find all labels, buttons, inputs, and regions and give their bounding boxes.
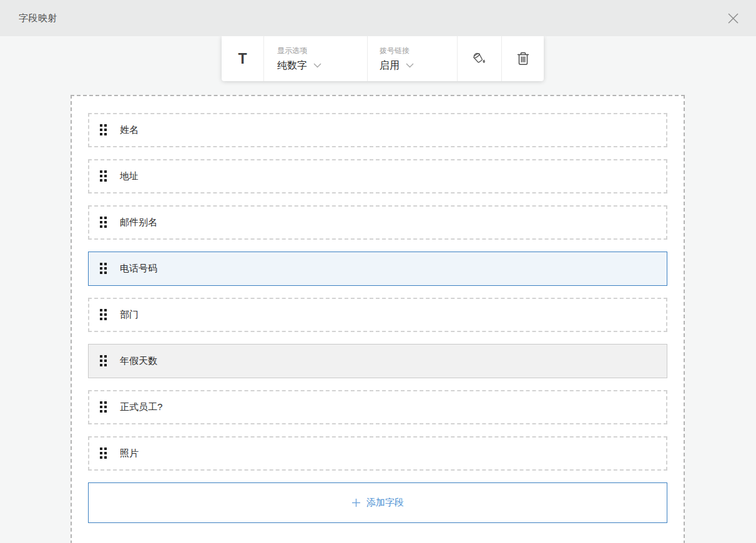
display-option-dropdown[interactable]: 显示选项 纯数字	[263, 36, 367, 81]
field-row[interactable]: 部门	[88, 298, 667, 332]
plus-icon	[351, 498, 361, 507]
drag-handle-icon[interactable]	[100, 170, 107, 182]
field-label: 照片	[120, 448, 139, 459]
drag-handle-icon[interactable]	[100, 217, 107, 228]
field-label: 电话号码	[120, 263, 157, 275]
field-row[interactable]: 邮件别名	[88, 205, 667, 240]
drag-handle-icon[interactable]	[100, 309, 107, 321]
dial-link-dropdown[interactable]: 拨号链接 启用	[367, 36, 457, 81]
field-label: 正式员工?	[120, 401, 162, 413]
drag-handle-icon[interactable]	[100, 124, 107, 136]
text-format-icon: T	[238, 51, 247, 67]
close-icon	[726, 11, 740, 26]
field-label: 地址	[120, 170, 139, 182]
drag-handle-icon[interactable]	[100, 263, 107, 275]
field-row[interactable]: 照片	[88, 436, 667, 471]
display-option-value: 纯数字	[277, 59, 307, 72]
close-button[interactable]	[724, 9, 742, 27]
trash-icon	[516, 51, 531, 67]
drag-handle-icon[interactable]	[100, 401, 107, 413]
field-row[interactable]: 地址	[88, 159, 667, 193]
field-label: 部门	[120, 309, 139, 321]
display-option-label: 显示选项	[277, 46, 367, 56]
field-mapping-canvas: 姓名 地址 邮件别名	[71, 95, 685, 543]
field-label: 年假天数	[120, 355, 157, 367]
paint-bucket-icon	[471, 51, 488, 67]
add-field-button[interactable]: 添加字段	[88, 482, 667, 523]
drag-handle-icon[interactable]	[100, 355, 107, 367]
field-row[interactable]: 正式员工?	[88, 390, 667, 424]
add-field-label: 添加字段	[366, 497, 404, 509]
chevron-down-icon	[406, 63, 414, 68]
field-row[interactable]: 姓名	[88, 113, 667, 147]
delete-field-button[interactable]	[501, 36, 544, 81]
fill-color-button[interactable]	[457, 36, 501, 81]
field-list: 姓名 地址 邮件别名	[88, 113, 667, 471]
text-format-button[interactable]: T	[222, 36, 263, 81]
dial-link-label: 拨号链接	[380, 46, 457, 56]
field-format-toolbar: T 显示选项 纯数字 拨号链接 启用	[222, 36, 544, 81]
field-label: 姓名	[120, 124, 139, 136]
field-row[interactable]: 电话号码	[88, 252, 667, 286]
chevron-down-icon	[313, 63, 322, 68]
dialog-title: 字段映射	[19, 12, 57, 24]
field-label: 邮件别名	[120, 217, 157, 228]
drag-handle-icon[interactable]	[100, 448, 107, 459]
dial-link-value: 启用	[380, 59, 400, 72]
field-row[interactable]: 年假天数	[88, 344, 667, 378]
dialog-header: 字段映射	[0, 0, 756, 36]
